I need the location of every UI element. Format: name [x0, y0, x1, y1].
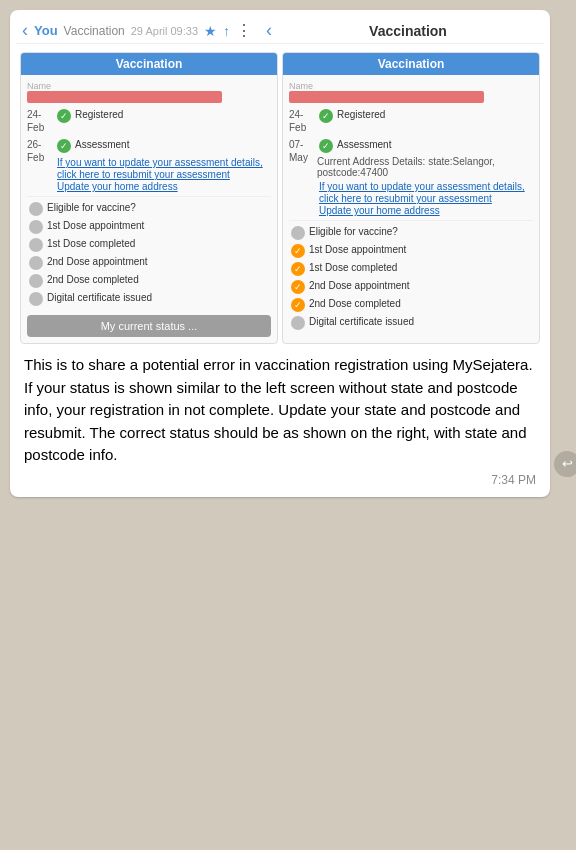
- cert-label-right: Digital certificate issued: [309, 315, 414, 329]
- dose1-complete-label-right: 1st Dose completed: [309, 261, 397, 275]
- dose1-appt-label-left: 1st Dose appointment: [47, 219, 144, 233]
- dose1-complete-label-left: 1st Dose completed: [47, 237, 135, 251]
- right-panel-title: Vaccination: [283, 53, 539, 75]
- left-item-2: 1st Dose completed: [27, 237, 271, 252]
- right-home-link[interactable]: Update your home address: [319, 205, 440, 216]
- dose1-appt-icon-left: [29, 220, 43, 234]
- right-date2: 07- May: [289, 138, 313, 164]
- right-name-redacted: [289, 91, 484, 103]
- right-assessment-row: 07- May Assessment Current Address Detai…: [289, 138, 533, 216]
- channel-title: Vaccination: [278, 23, 538, 39]
- left-name-redacted: [27, 91, 222, 103]
- right-item-5: Digital certificate issued: [289, 315, 533, 330]
- dose2-complete-icon-left: [29, 274, 43, 288]
- dose2-appt-label-right: 2nd Dose appointment: [309, 279, 410, 293]
- my-status-button[interactable]: My current status ...: [27, 315, 271, 337]
- right-item-2: 1st Dose completed: [289, 261, 533, 276]
- right-registered-icon: [319, 109, 333, 123]
- screenshot-panels: Vaccination Name 24- Feb Registered: [16, 48, 544, 348]
- right-date1: 24- Feb: [289, 108, 313, 134]
- left-date2: 26- Feb: [27, 138, 51, 164]
- dose1-appt-icon-right: [291, 244, 305, 258]
- reply-icon[interactable]: ↩: [554, 451, 576, 477]
- right-assessment-detail: Current Address Details: state:Selangor,…: [317, 156, 533, 178]
- right-assessment-label: Assessment: [337, 138, 391, 152]
- star-icon: ★: [204, 23, 217, 39]
- back-arrow-icon[interactable]: ‹: [22, 20, 28, 41]
- cert-icon-left: [29, 292, 43, 306]
- left-item-0: Eligible for vaccine?: [27, 201, 271, 216]
- left-item-5: Digital certificate issued: [27, 291, 271, 306]
- left-home-link[interactable]: Update your home address: [57, 181, 178, 192]
- chat-area: ‹ You Vaccination 29 April 09:33 ★ ↑ ⋮ ‹…: [0, 0, 576, 507]
- channel-name-left: Vaccination: [64, 24, 125, 38]
- dose2-appt-label-left: 2nd Dose appointment: [47, 255, 148, 269]
- left-item-1: 1st Dose appointment: [27, 219, 271, 234]
- right-assessment-status: Assessment: [317, 138, 533, 153]
- left-date1: 24- Feb: [27, 108, 51, 134]
- right-registered-status: Registered: [317, 108, 385, 123]
- dose2-complete-label-left: 2nd Dose completed: [47, 273, 139, 287]
- message-bubble: ‹ You Vaccination 29 April 09:33 ★ ↑ ⋮ ‹…: [10, 10, 550, 497]
- right-item-0: Eligible for vaccine?: [289, 225, 533, 240]
- right-name-section: Name: [289, 81, 533, 103]
- right-item-4: 2nd Dose completed: [289, 297, 533, 312]
- message-body: This is to share a potential error in va…: [16, 348, 544, 471]
- right-assessment-icon: [319, 139, 333, 153]
- left-status-list: Eligible for vaccine? 1st Dose appointme…: [27, 201, 271, 306]
- right-back-arrow-icon[interactable]: ‹: [266, 20, 272, 41]
- left-assessment-row: 26- Feb Assessment If you want to update…: [27, 138, 271, 192]
- right-registered-label: Registered: [337, 108, 385, 122]
- left-name-label: Name: [27, 81, 271, 91]
- dose1-appt-label-right: 1st Dose appointment: [309, 243, 406, 257]
- timestamp-header: 29 April 09:33: [131, 25, 198, 37]
- dose1-complete-icon-left: [29, 238, 43, 252]
- registered-label: Registered: [75, 108, 123, 122]
- cert-label-left: Digital certificate issued: [47, 291, 152, 305]
- left-panel: Vaccination Name 24- Feb Registered: [20, 52, 278, 344]
- left-registered-row: 24- Feb Registered: [27, 108, 271, 134]
- right-name-label: Name: [289, 81, 533, 91]
- sender-you-label: You: [34, 23, 58, 38]
- right-item-1: 1st Dose appointment: [289, 243, 533, 258]
- assessment-icon: [57, 139, 71, 153]
- registered-icon: [57, 109, 71, 123]
- left-panel-title: Vaccination: [21, 53, 277, 75]
- dose1-complete-icon-right: [291, 262, 305, 276]
- more-options-icon[interactable]: ⋮: [236, 21, 252, 40]
- right-panel: Vaccination Name 24- Feb Registered: [282, 52, 540, 344]
- left-assessment-link[interactable]: If you want to update your assessment de…: [57, 157, 263, 180]
- eligible-label-left: Eligible for vaccine?: [47, 201, 136, 215]
- chat-header: ‹ You Vaccination 29 April 09:33 ★ ↑ ⋮ ‹…: [16, 16, 544, 44]
- left-item-4: 2nd Dose completed: [27, 273, 271, 288]
- right-registered-row: 24- Feb Registered: [289, 108, 533, 134]
- eligible-icon-left: [29, 202, 43, 216]
- dose2-appt-icon-right: [291, 280, 305, 294]
- dose2-complete-label-right: 2nd Dose completed: [309, 297, 401, 311]
- dose2-complete-icon-right: [291, 298, 305, 312]
- eligible-label-right: Eligible for vaccine?: [309, 225, 398, 239]
- left-assessment-status: Assessment: [55, 138, 271, 153]
- cert-icon-right: [291, 316, 305, 330]
- right-assessment-link[interactable]: If you want to update your assessment de…: [319, 181, 525, 204]
- left-registered-status: Registered: [55, 108, 123, 123]
- eligible-icon-right: [291, 226, 305, 240]
- message-timestamp: 7:34 PM: [16, 471, 544, 491]
- assessment-label: Assessment: [75, 138, 129, 152]
- left-item-3: 2nd Dose appointment: [27, 255, 271, 270]
- right-item-3: 2nd Dose appointment: [289, 279, 533, 294]
- right-status-list: Eligible for vaccine? 1st Dose appointme…: [289, 225, 533, 330]
- left-name-section: Name: [27, 81, 271, 103]
- arrow-up-icon: ↑: [223, 23, 230, 39]
- dose2-appt-icon-left: [29, 256, 43, 270]
